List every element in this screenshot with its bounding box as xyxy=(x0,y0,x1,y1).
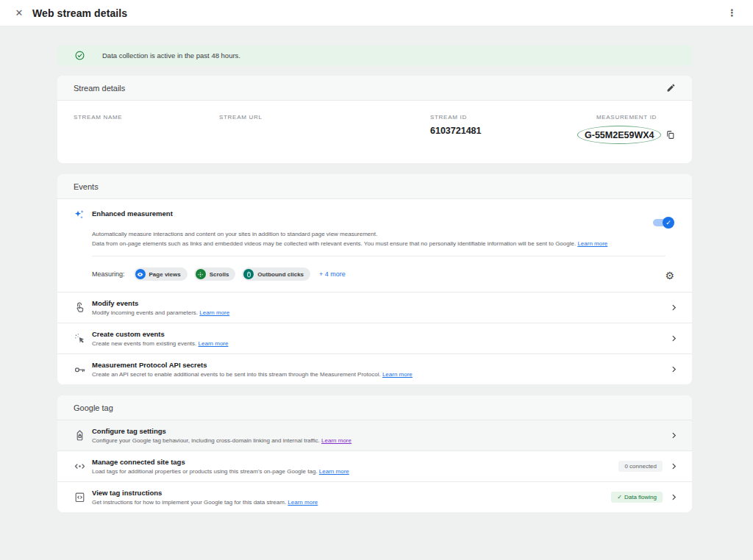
manage-connected-site-tags-title: Manage connected site tags xyxy=(92,458,349,466)
measurement-protocol-desc: Create an API secret to enable additiona… xyxy=(92,371,413,378)
stream-id-label: STREAM ID xyxy=(430,114,577,121)
stream-details-header: Stream details xyxy=(57,76,692,101)
chip-outbound-clicks: Outbound clicks xyxy=(242,268,310,281)
measurement-protocol-learn-more-link[interactable]: Learn more xyxy=(382,371,413,378)
more-chips-link[interactable]: + 4 more xyxy=(319,270,346,278)
modify-events-title: Modify events xyxy=(92,299,229,307)
key-icon xyxy=(74,363,86,376)
chip-scrolls-label: Scrolls xyxy=(210,271,229,278)
edit-pencil-icon[interactable] xyxy=(666,83,676,93)
mouse-icon xyxy=(243,269,254,279)
content-column: Data collection is active in the past 48… xyxy=(57,26,692,512)
enhanced-desc-line1: Automatically measure interactions and c… xyxy=(92,231,377,237)
stream-details-card: Stream details STREAM NAME STREAM URL ST… xyxy=(57,76,692,163)
configure-tag-settings-desc: Configure your Google tag behaviour, inc… xyxy=(92,437,351,444)
google-tag-header: Google tag xyxy=(57,395,692,420)
kebab-menu-icon[interactable]: ⋮ xyxy=(723,7,741,18)
view-tag-instructions-desc: Get instructions for how to implement yo… xyxy=(92,499,318,506)
stream-details-body: STREAM NAME STREAM URL STREAM ID 6103721… xyxy=(57,101,692,163)
chevron-right-icon xyxy=(670,365,678,373)
eye-icon xyxy=(135,269,146,279)
modify-events-row[interactable]: Modify events Modify incoming events and… xyxy=(57,292,692,323)
enhanced-desc-line2: Data from on-page elements such as links… xyxy=(92,240,576,247)
stream-name-field: STREAM NAME xyxy=(74,114,219,144)
manage-connected-site-tags-row[interactable]: Manage connected site tags Load tags for… xyxy=(57,450,692,481)
connected-count-badge: 0 connected xyxy=(618,461,663,472)
events-header: Events xyxy=(57,174,692,199)
enhanced-learn-more-link[interactable]: Learn more xyxy=(577,240,607,247)
create-custom-events-desc: Create new events from existing events. … xyxy=(92,340,228,347)
gear-icon[interactable]: ⚙ xyxy=(665,270,674,281)
google-tag-lock-icon xyxy=(74,429,86,442)
measurement-id-label: MEASUREMENT ID xyxy=(596,114,657,121)
enhanced-measurement-desc: Automatically measure interactions and c… xyxy=(92,229,658,248)
stream-url-label: STREAM URL xyxy=(219,114,430,121)
check-circle-icon xyxy=(75,51,85,60)
stream-details-title: Stream details xyxy=(74,84,125,93)
enhanced-measurement-title: Enhanced measurement xyxy=(92,209,173,218)
view-tag-instructions-row[interactable]: View tag instructions Get instructions f… xyxy=(57,481,692,512)
measurement-id-annotation-ellipse: G-55M2E59WX4 xyxy=(577,126,661,144)
copy-icon[interactable] xyxy=(665,130,675,140)
code-dot-icon xyxy=(74,460,86,473)
configure-tag-settings-title: Configure tag settings xyxy=(92,427,351,435)
banner-text: Data collection is active in the past 48… xyxy=(102,51,240,60)
stream-url-field: STREAM URL xyxy=(219,114,430,144)
measuring-label: Measuring: xyxy=(92,270,125,278)
enhanced-measurement-toggle[interactable]: ✓ xyxy=(653,218,673,227)
modify-events-desc: Modify incoming events and parameters. L… xyxy=(92,309,229,316)
measurement-id-field: MEASUREMENT ID G-55M2E59WX4 xyxy=(577,114,676,144)
toggle-knob-check-icon: ✓ xyxy=(663,217,674,229)
view-tag-instructions-title: View tag instructions xyxy=(92,489,318,497)
chip-page-views-label: Page views xyxy=(149,271,181,278)
scroll-icon xyxy=(196,269,206,279)
sparkle-icon xyxy=(74,209,85,220)
chip-outbound-clicks-label: Outbound clicks xyxy=(257,271,304,278)
modify-events-learn-more-link[interactable]: Learn more xyxy=(199,309,229,316)
google-tag-title: Google tag xyxy=(74,403,113,412)
chevron-right-icon xyxy=(670,462,678,470)
google-tag-card: Google tag Configure tag settings Config… xyxy=(57,395,692,512)
events-card: Events Enhanced measurement ✓ A xyxy=(57,174,692,384)
view-tag-instructions-learn-more-link[interactable]: Learn more xyxy=(288,499,318,506)
enhanced-measurement-block: Enhanced measurement ✓ Automatically mea… xyxy=(57,199,692,292)
chevron-right-icon xyxy=(670,431,678,439)
measurement-protocol-title: Measurement Protocol API secrets xyxy=(92,361,413,369)
measurement-id-value: G-55M2E59WX4 xyxy=(585,130,654,140)
tag-code-icon xyxy=(74,491,86,503)
chevron-right-icon xyxy=(670,304,678,312)
create-custom-events-title: Create custom events xyxy=(92,330,228,338)
create-custom-events-row[interactable]: Create custom events Create new events f… xyxy=(57,323,692,353)
events-title: Events xyxy=(74,182,99,191)
manage-connected-site-tags-desc: Load tags for additional properties or p… xyxy=(92,468,349,475)
configure-tag-settings-row[interactable]: Configure tag settings Configure your Go… xyxy=(57,420,692,450)
measuring-row: Measuring: Page views Scrolls xyxy=(74,256,673,292)
data-collection-banner: Data collection is active in the past 48… xyxy=(57,46,692,65)
page-title: Web stream details xyxy=(32,7,127,19)
topbar: ✕ Web stream details ⋮ xyxy=(0,0,753,26)
magic-cursor-icon xyxy=(74,332,86,345)
chevron-right-icon xyxy=(670,493,678,501)
manage-connected-learn-more-link[interactable]: Learn more xyxy=(319,468,349,475)
stream-name-label: STREAM NAME xyxy=(74,114,219,121)
close-icon[interactable]: ✕ xyxy=(12,7,26,18)
web-stream-details-page: ✕ Web stream details ⋮ Data collection i… xyxy=(0,0,753,560)
chip-scrolls: Scrolls xyxy=(194,268,236,281)
check-icon: ✓ xyxy=(617,494,622,500)
configure-tag-settings-learn-more-link[interactable]: Learn more xyxy=(321,437,351,444)
data-flowing-badge: ✓Data flowing xyxy=(611,492,663,503)
measurement-protocol-row[interactable]: Measurement Protocol API secrets Create … xyxy=(57,353,692,384)
touch-gesture-icon xyxy=(74,301,86,314)
create-custom-events-learn-more-link[interactable]: Learn more xyxy=(199,340,229,347)
stream-id-value: 6103721481 xyxy=(430,126,577,136)
chevron-right-icon xyxy=(670,334,678,342)
chip-page-views: Page views xyxy=(134,268,188,281)
stream-id-field: STREAM ID 6103721481 xyxy=(430,114,577,144)
